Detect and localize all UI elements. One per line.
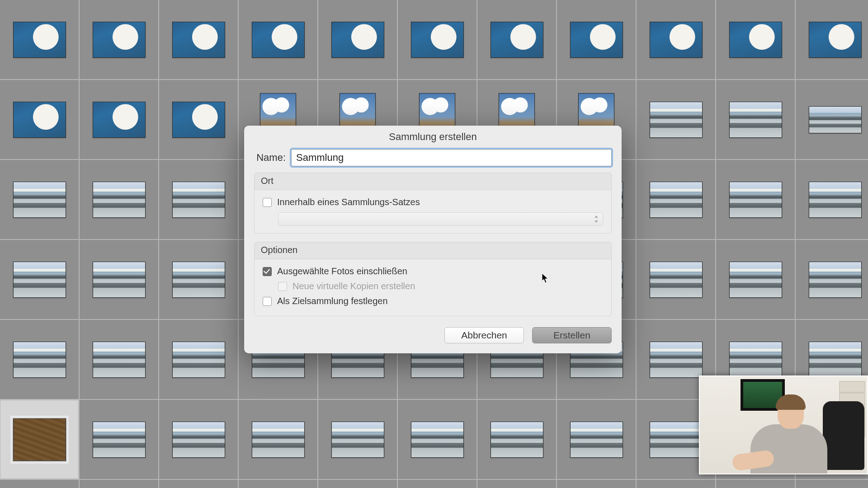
grid-cell[interactable]	[80, 80, 159, 159]
grid-cell[interactable]	[318, 480, 398, 488]
thumbnail[interactable]	[809, 262, 862, 298]
thumbnail[interactable]	[172, 22, 225, 58]
create-button[interactable]: Erstellen	[532, 327, 612, 343]
grid-cell[interactable]	[318, 0, 398, 79]
grid-cell[interactable]	[557, 400, 637, 479]
include-selected-checkbox[interactable]	[263, 267, 272, 276]
grid-cell[interactable]	[159, 400, 239, 479]
thumbnail[interactable]	[13, 342, 66, 378]
thumbnail[interactable]	[13, 182, 66, 218]
grid-cell[interactable]	[796, 160, 868, 239]
thumbnail[interactable]	[93, 422, 146, 458]
grid-cell[interactable]	[159, 320, 239, 399]
grid-cell[interactable]	[0, 400, 80, 479]
grid-cell[interactable]	[0, 0, 80, 79]
grid-cell[interactable]	[796, 0, 868, 79]
thumbnail[interactable]	[650, 22, 703, 58]
thumbnail[interactable]	[650, 422, 703, 458]
thumbnail[interactable]	[172, 182, 225, 218]
thumbnail[interactable]	[491, 22, 543, 58]
thumbnail[interactable]	[491, 422, 543, 458]
thumbnail[interactable]	[93, 342, 146, 378]
grid-cell[interactable]	[80, 0, 159, 79]
thumbnail[interactable]	[809, 342, 862, 378]
grid-cell[interactable]	[159, 0, 239, 79]
grid-cell[interactable]	[318, 400, 398, 479]
thumbnail[interactable]	[650, 182, 703, 218]
grid-cell[interactable]	[80, 160, 159, 239]
grid-cell[interactable]	[239, 0, 318, 79]
thumbnail[interactable]	[172, 262, 225, 298]
collection-name-input[interactable]	[291, 149, 612, 166]
thumbnail[interactable]	[13, 262, 66, 298]
grid-cell[interactable]	[0, 320, 80, 399]
grid-cell[interactable]	[796, 480, 868, 488]
thumbnail[interactable]	[729, 182, 782, 218]
thumbnail[interactable]	[93, 102, 146, 138]
thumbnail[interactable]	[650, 102, 703, 138]
grid-cell[interactable]	[637, 160, 716, 239]
collection-set-dropdown[interactable]	[278, 212, 603, 226]
grid-cell[interactable]	[716, 80, 796, 159]
grid-cell[interactable]	[637, 0, 716, 79]
grid-cell[interactable]	[80, 320, 159, 399]
grid-cell[interactable]	[637, 480, 716, 488]
thumbnail[interactable]	[650, 342, 703, 378]
grid-cell[interactable]	[477, 0, 557, 79]
grid-cell[interactable]	[477, 480, 557, 488]
thumbnail[interactable]	[93, 262, 146, 298]
thumbnail[interactable]	[729, 262, 782, 298]
thumbnail[interactable]	[570, 22, 623, 58]
virtual-copies-checkbox[interactable]	[278, 282, 287, 291]
thumbnail[interactable]	[172, 342, 225, 378]
grid-cell[interactable]	[637, 80, 716, 159]
thumbnail[interactable]	[172, 422, 225, 458]
grid-cell[interactable]	[796, 240, 868, 319]
grid-cell[interactable]	[716, 240, 796, 319]
grid-cell[interactable]	[716, 0, 796, 79]
thumbnail[interactable]	[13, 22, 66, 58]
grid-cell[interactable]	[398, 400, 477, 479]
grid-cell[interactable]	[0, 80, 80, 159]
grid-cell[interactable]	[159, 80, 239, 159]
thumbnail[interactable]	[729, 342, 782, 378]
thumbnail[interactable]	[93, 22, 146, 58]
grid-cell[interactable]	[796, 80, 868, 159]
thumbnail[interactable]	[809, 22, 862, 58]
grid-cell[interactable]	[0, 240, 80, 319]
thumbnail[interactable]	[13, 418, 66, 461]
grid-cell[interactable]	[716, 160, 796, 239]
thumbnail[interactable]	[252, 22, 305, 58]
grid-cell[interactable]	[637, 240, 716, 319]
grid-cell[interactable]	[80, 400, 159, 479]
grid-cell[interactable]	[0, 480, 80, 488]
thumbnail[interactable]	[809, 106, 862, 133]
thumbnail[interactable]	[93, 182, 146, 218]
thumbnail[interactable]	[172, 102, 225, 138]
thumbnail[interactable]	[13, 102, 66, 138]
grid-cell[interactable]	[398, 480, 477, 488]
grid-cell[interactable]	[159, 240, 239, 319]
thumbnail[interactable]	[411, 422, 464, 458]
cancel-button[interactable]: Abbrechen	[444, 327, 524, 343]
grid-cell[interactable]	[80, 240, 159, 319]
grid-cell[interactable]	[0, 160, 80, 239]
grid-cell[interactable]	[159, 160, 239, 239]
target-collection-checkbox[interactable]	[263, 297, 272, 306]
grid-cell[interactable]	[239, 400, 318, 479]
grid-cell[interactable]	[159, 480, 239, 488]
grid-cell[interactable]	[557, 0, 637, 79]
grid-cell[interactable]	[398, 0, 477, 79]
thumbnail[interactable]	[729, 22, 782, 58]
grid-cell[interactable]	[716, 480, 796, 488]
thumbnail[interactable]	[252, 422, 305, 458]
thumbnail[interactable]	[650, 262, 703, 298]
inside-set-checkbox[interactable]	[263, 198, 272, 207]
thumbnail[interactable]	[331, 422, 384, 458]
grid-cell[interactable]	[557, 480, 637, 488]
thumbnail[interactable]	[411, 22, 464, 58]
grid-cell[interactable]	[239, 480, 318, 488]
thumbnail[interactable]	[331, 22, 384, 58]
thumbnail[interactable]	[729, 102, 782, 138]
thumbnail[interactable]	[809, 182, 862, 218]
